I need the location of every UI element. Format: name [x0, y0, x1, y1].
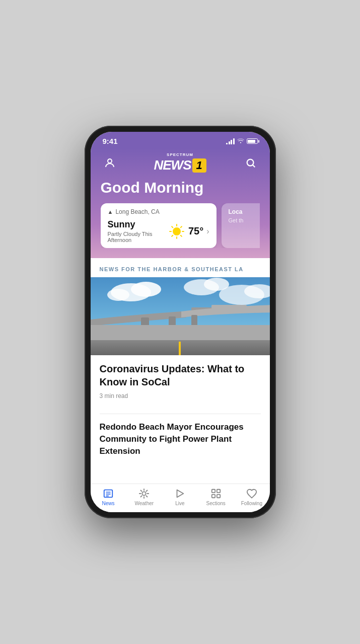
status-time: 9:41 — [103, 137, 118, 145]
svg-rect-45 — [217, 495, 220, 498]
main-content: NEWS FOR THE HARBOR & SOUTHEAST LA — [91, 258, 270, 484]
app-logo: SPECTRUM NEWS 1 — [154, 152, 206, 173]
logo-news-num: 1 — [192, 158, 206, 173]
svg-point-1 — [247, 159, 253, 166]
svg-line-7 — [172, 226, 173, 227]
svg-rect-44 — [211, 495, 214, 498]
sections-tab-icon — [210, 488, 222, 499]
tab-following-label: Following — [241, 501, 262, 506]
svg-line-39 — [147, 490, 148, 491]
weather-location: ▲ Long Beach, CA — [108, 208, 209, 215]
weather-condition-sub: Partly Cloudy This Afternoon — [108, 231, 168, 243]
news-section-label: NEWS FOR THE HARBOR & SOUTHEAST LA — [91, 258, 270, 277]
svg-marker-41 — [177, 490, 184, 498]
hero-highway-image — [91, 277, 270, 355]
svg-rect-24 — [91, 325, 270, 340]
tab-news[interactable]: News — [95, 488, 122, 506]
article-secondary[interactable]: Redondo Beach Mayor Encourages Community… — [91, 414, 270, 464]
svg-point-14 — [107, 289, 129, 301]
svg-line-40 — [141, 496, 142, 497]
secondary-label: Loca — [229, 208, 260, 215]
weather-right: 75° › — [168, 223, 209, 240]
weather-card-secondary[interactable]: Loca Get th — [222, 203, 260, 248]
live-tab-icon — [174, 488, 185, 499]
tab-news-label: News — [102, 501, 115, 506]
article-body: Coronavirus Updates: What to Know in SoC… — [91, 355, 270, 414]
weather-tab-icon — [138, 488, 150, 499]
weather-condition-name: Sunny — [108, 219, 168, 230]
wifi-icon — [237, 137, 244, 145]
svg-line-9 — [181, 226, 182, 227]
svg-line-10 — [172, 235, 173, 236]
tab-weather-label: Weather — [134, 501, 154, 506]
status-icons — [226, 137, 258, 145]
weather-temperature: 75° — [188, 225, 203, 237]
tab-bar: News Weather — [91, 484, 270, 512]
phone-frame: 9:41 — [85, 126, 276, 518]
phone-screen: 9:41 — [91, 132, 270, 512]
svg-line-8 — [181, 235, 182, 236]
tab-sections-label: Sections — [206, 501, 225, 506]
weather-condition-info: Sunny Partly Cloudy This Afternoon — [108, 219, 168, 243]
svg-line-38 — [147, 496, 148, 497]
svg-point-32 — [142, 492, 146, 495]
svg-point-13 — [131, 282, 161, 297]
weather-card-main[interactable]: ▲ Long Beach, CA Sunny Partly Cloudy Thi… — [101, 203, 217, 248]
weather-cards-row: ▲ Long Beach, CA Sunny Partly Cloudy Thi… — [101, 203, 260, 248]
search-button[interactable] — [242, 154, 260, 172]
svg-point-0 — [108, 159, 112, 163]
app-header: SPECTRUM NEWS 1 Good Morning — [91, 148, 270, 258]
article-title[interactable]: Coronavirus Updates: What to Know in SoC… — [100, 362, 261, 388]
location-arrow-icon: ▲ — [108, 209, 113, 215]
logo-spectrum-text: SPECTRUM — [154, 152, 206, 157]
location-text: Long Beach, CA — [115, 208, 159, 215]
svg-rect-27 — [179, 342, 181, 355]
profile-button[interactable] — [101, 154, 119, 172]
svg-rect-42 — [211, 490, 214, 493]
secondary-sub: Get th — [229, 217, 260, 223]
header-top: SPECTRUM NEWS 1 — [101, 152, 260, 173]
signal-icon — [226, 138, 235, 144]
article-meta: 3 min read — [100, 392, 261, 399]
tab-live-label: Live — [175, 501, 184, 506]
tab-live[interactable]: Live — [166, 488, 194, 506]
svg-point-2 — [173, 227, 181, 235]
news-tab-icon — [103, 488, 114, 499]
tab-sections[interactable]: Sections — [202, 488, 230, 506]
status-bar: 9:41 — [91, 132, 270, 148]
tab-following[interactable]: Following — [238, 488, 265, 506]
weather-main-content: Sunny Partly Cloudy This Afternoon — [108, 219, 209, 243]
tab-weather[interactable]: Weather — [130, 488, 158, 506]
logo-news1: NEWS 1 — [154, 157, 206, 173]
weather-chevron-icon: › — [206, 227, 209, 236]
greeting-text: Good Morning — [101, 179, 260, 196]
battery-icon — [247, 138, 258, 144]
hero-image[interactable] — [91, 277, 270, 355]
svg-line-37 — [141, 490, 142, 491]
svg-rect-43 — [217, 490, 220, 493]
sun-icon — [168, 223, 185, 240]
article-secondary-title: Redondo Beach Mayor Encourages Community… — [100, 421, 261, 457]
following-tab-icon — [246, 488, 257, 499]
logo-news-text: NEWS — [154, 157, 191, 173]
